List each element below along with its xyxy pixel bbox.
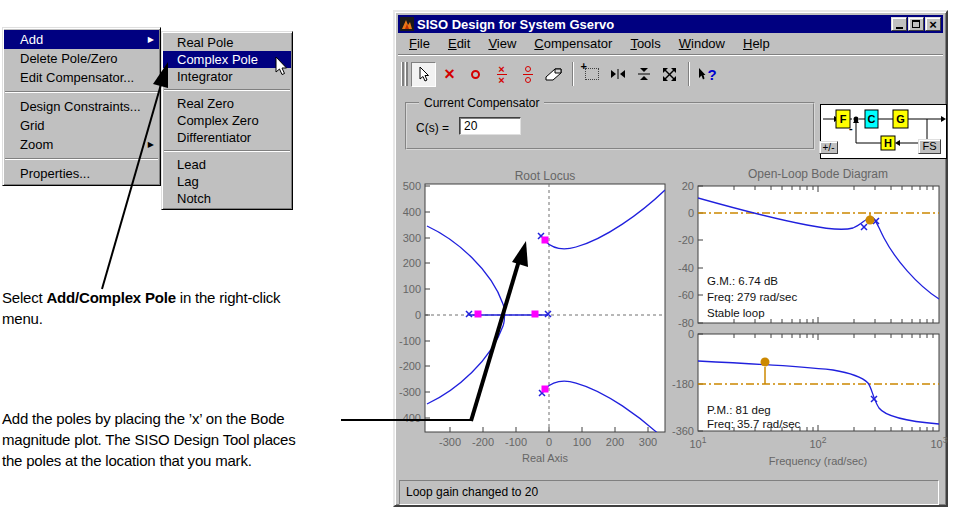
root-locus-xtick-labels: -300 -200 -100 0 100 200 300: [439, 436, 657, 448]
bode-title: Open-Loop Bode Diagram: [748, 167, 888, 181]
block-label-c: C: [868, 113, 876, 125]
svg-text:102: 102: [810, 435, 827, 450]
bode-mag-ytick-labels: 20 0 -20 -40 -60 -80: [678, 180, 694, 329]
toolbar-separator: [572, 62, 574, 86]
maximize-icon: [912, 20, 920, 28]
group-legend: Current Compensator: [419, 96, 544, 110]
toolbar-grip[interactable]: [401, 62, 408, 86]
maximize-button[interactable]: [908, 17, 924, 31]
select-pointer-button[interactable]: [411, 62, 436, 87]
menu-item-grid[interactable]: Grid: [4, 116, 159, 135]
svg-text:0: 0: [688, 207, 694, 219]
zoom-in-y-button[interactable]: [631, 62, 656, 87]
menu-item-zoom[interactable]: Zoom: [4, 135, 159, 154]
menubar-item-compensator[interactable]: Compensator: [525, 36, 621, 51]
window-controls: [891, 17, 941, 31]
root-locus-plot-area[interactable]: [425, 184, 665, 432]
submenu-item-integrator[interactable]: Integrator: [163, 68, 291, 85]
compensator-equation-label: C(s) =: [416, 121, 449, 135]
svg-text:-300: -300: [439, 436, 461, 448]
fs-button[interactable]: FS: [918, 139, 941, 154]
zoom-full-icon: [662, 67, 677, 82]
menu-item-add[interactable]: Add: [4, 30, 159, 49]
real-pole-x-icon: [444, 65, 455, 84]
submenu-item-real-zero[interactable]: Real Zero: [163, 95, 291, 112]
callout-line: Select Add/Complex Pole in the right-cli…: [2, 287, 280, 308]
add-complex-zero-button[interactable]: [515, 62, 540, 87]
compensator-value-input[interactable]: [459, 117, 521, 135]
submenu-item-differentiator[interactable]: Differentiator: [163, 129, 291, 146]
menubar-item-help[interactable]: Help: [734, 36, 779, 51]
submenu-item-notch[interactable]: Notch: [163, 190, 291, 207]
svg-text:Freq: 35.7 rad/sec: Freq: 35.7 rad/sec: [707, 418, 801, 430]
svg-text:-180: -180: [672, 378, 694, 390]
add-complex-pole-button[interactable]: [489, 62, 514, 87]
help-question-icon: ?: [707, 66, 716, 83]
complex-pole-icon: [497, 65, 507, 84]
feedback-structure-panel[interactable]: - F C G H +/- FS: [820, 104, 947, 159]
delete-pole-zero-button[interactable]: [541, 62, 566, 87]
menu-item-properties[interactable]: Properties...: [4, 164, 159, 183]
zoom-box-button[interactable]: [579, 62, 604, 87]
current-compensator-group: Current Compensator C(s) =: [405, 102, 815, 150]
phase-margin-marker[interactable]: [761, 358, 770, 367]
status-bar: Loop gain changed to 20: [399, 480, 939, 505]
bode-xlabel: Frequency (rad/sec): [769, 455, 867, 467]
window-title: SISO Design for System Gservo: [417, 17, 888, 32]
menubar-item-file[interactable]: File: [400, 36, 439, 51]
toolbar-separator: [688, 62, 690, 86]
pointer-icon: [418, 66, 429, 82]
callout-line: the poles at the location that you mark.: [2, 450, 296, 471]
root-locus-xlabel: Real Axis: [522, 452, 568, 464]
add-real-pole-button[interactable]: [437, 62, 462, 87]
svg-text:-40: -40: [678, 262, 694, 274]
svg-text:-200: -200: [399, 360, 421, 372]
menu-separator: [5, 91, 158, 93]
menu-item-edit-compensator[interactable]: Edit Compensator...: [4, 68, 159, 87]
toggle-feedback-sign-button[interactable]: +/-: [819, 141, 838, 154]
close-button[interactable]: [925, 17, 941, 31]
menu-bar: File Edit View Compensator Tools Window …: [398, 33, 943, 55]
root-locus-ytick-labels: 500 400 300 200 100 0 -100 -200 -300 -40…: [399, 180, 421, 424]
svg-text:20: 20: [682, 180, 694, 192]
callout-line: Add the poles by placing the ’x’ on the …: [2, 408, 296, 429]
menubar-item-edit[interactable]: Edit: [439, 36, 479, 51]
submenu-item-real-pole[interactable]: Real Pole: [163, 34, 291, 51]
submenu-item-lag[interactable]: Lag: [163, 173, 291, 190]
menu-separator: [164, 150, 290, 152]
svg-text:400: 400: [403, 206, 421, 218]
menubar-item-tools[interactable]: Tools: [621, 36, 669, 51]
submenu-arrow-icon: [148, 30, 154, 49]
zoom-in-x-button[interactable]: [605, 62, 630, 87]
svg-text:100: 100: [403, 283, 421, 295]
minimize-icon: [896, 27, 903, 29]
menu-item-design-constraints[interactable]: Design Constraints...: [4, 97, 159, 116]
bode-phase-plot-area[interactable]: [698, 334, 939, 431]
submenu-item-complex-zero[interactable]: Complex Zero: [163, 112, 291, 129]
context-menu: Add Delete Pole/Zero Edit Compensator...…: [2, 27, 161, 186]
callout-select-add: Select Add/Complex Pole in the right-cli…: [2, 287, 280, 329]
zoom-full-view-button[interactable]: [657, 62, 682, 87]
svg-text:-360: -360: [672, 425, 694, 437]
submenu-item-lead[interactable]: Lead: [163, 156, 291, 173]
submenu-item-complex-pole[interactable]: Complex Pole: [163, 51, 291, 68]
title-bar[interactable]: SISO Design for System Gservo: [398, 15, 943, 33]
minimize-button[interactable]: [891, 17, 907, 31]
svg-text:300: 300: [403, 232, 421, 244]
svg-text:101: 101: [690, 435, 707, 450]
root-locus-title: Root Locus: [515, 169, 576, 183]
bode-phase-ytick-labels: 0 -180 -360: [672, 328, 694, 437]
svg-text:-20: -20: [678, 234, 694, 246]
gain-margin-marker[interactable]: [866, 216, 875, 225]
help-pointer-icon: [698, 68, 706, 81]
zoom-y-icon: [637, 67, 651, 81]
menubar-item-view[interactable]: View: [479, 36, 525, 51]
complex-zero-icon: [523, 65, 533, 84]
menubar-item-window[interactable]: Window: [670, 36, 734, 51]
matlab-app-icon: [400, 17, 414, 31]
menu-separator: [5, 158, 158, 160]
svg-text:200: 200: [606, 436, 624, 448]
menu-item-delete-pole-zero[interactable]: Delete Pole/Zero: [4, 49, 159, 68]
add-real-zero-button[interactable]: [463, 62, 488, 87]
context-help-button[interactable]: ?: [695, 62, 720, 87]
